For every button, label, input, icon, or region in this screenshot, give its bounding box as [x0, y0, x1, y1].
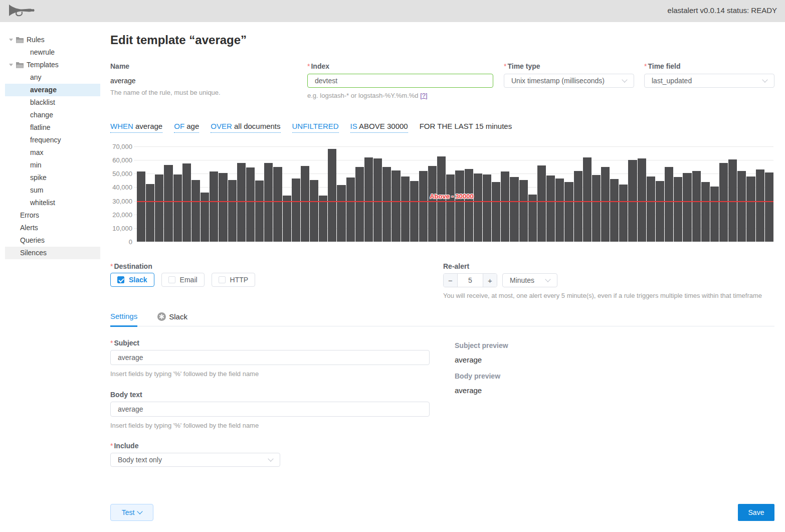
query-token-for-the-last-15-minutes[interactable]: FOR THE LAST 15 minutes [420, 122, 512, 132]
y-axis-label: 50,000 [110, 170, 132, 178]
y-axis-label: 70,000 [110, 143, 132, 150]
chart-bar [492, 182, 500, 242]
horn-icon[interactable] [9, 4, 35, 20]
sidebar-item-queries[interactable]: Queries [5, 234, 100, 247]
sidebar-item-change[interactable]: change [5, 109, 100, 121]
destination-label: *Destination [110, 262, 152, 270]
sidebar-item-label: flatline [30, 121, 50, 134]
checkbox-icon [168, 276, 175, 283]
tab-label: Slack [169, 312, 187, 321]
required-asterisk: * [110, 262, 113, 270]
threshold-line [137, 201, 773, 202]
chart-bar [382, 167, 391, 242]
sidebar-item-max[interactable]: max [5, 146, 100, 159]
sidebar-item-newrule[interactable]: newrule [5, 46, 100, 59]
chart-bar [701, 182, 710, 242]
chevron-down-icon[interactable] [9, 39, 13, 41]
subject-preview-value: average [455, 356, 482, 364]
chart-bar [656, 181, 664, 242]
chart-bar [410, 181, 419, 242]
sidebar-item-average[interactable]: average [5, 84, 100, 96]
chart-bar [510, 177, 518, 242]
sidebar-item-flatline[interactable]: flatline [5, 121, 100, 134]
body-preview-label: Body preview [455, 372, 500, 380]
sidebar-item-sum[interactable]: sum [5, 184, 100, 197]
sidebar-item-errors[interactable]: Errors [5, 209, 100, 222]
tab-label: Settings [110, 312, 137, 320]
decrement-button[interactable]: − [444, 274, 458, 287]
sidebar-item-rules[interactable]: Rules [5, 34, 100, 46]
sidebar-item-label: blacklist [30, 96, 55, 109]
time-field-select[interactable]: last_updated [644, 74, 774, 88]
realert-value[interactable]: 5 [458, 274, 483, 287]
save-button[interactable]: Save [738, 504, 774, 521]
sidebar-item-blacklist[interactable]: blacklist [5, 96, 100, 109]
sidebar-item-label: max [30, 146, 43, 159]
chart-bar [137, 171, 145, 242]
realert-help: You will receive, at most, one alert eve… [443, 292, 784, 299]
destination-email-checkbox[interactable]: Email [161, 273, 205, 287]
chart-bar [255, 181, 264, 242]
chart-bar [564, 182, 573, 242]
chart-bar [219, 173, 227, 242]
query-keyword: IS [350, 122, 357, 130]
test-button[interactable]: Test [110, 504, 153, 521]
chevron-down-icon [268, 456, 273, 461]
chart-bar [228, 180, 237, 242]
include-select[interactable]: Body text only [110, 453, 280, 467]
sidebar-item-frequency[interactable]: frequency [5, 134, 100, 146]
time-field-label: *Time field [644, 62, 681, 70]
time-type-select[interactable]: Unix timestamp (milliseconds) [504, 74, 634, 88]
sidebar-item-silences[interactable]: Silences [5, 247, 100, 259]
subject-label: *Subject [110, 339, 139, 347]
index-input[interactable] [307, 74, 493, 88]
y-axis-label: 10,000 [110, 225, 132, 232]
app-root: elastalert v0.0.14 status: READY Rulesne… [0, 0, 785, 532]
realert-unit-select[interactable]: Minutes [502, 273, 557, 287]
chart-bar [346, 178, 355, 242]
query-keyword: WHEN [110, 122, 133, 130]
increment-button[interactable]: + [483, 274, 497, 287]
chart-bar [592, 175, 601, 242]
chevron-down-icon [762, 77, 767, 82]
chart-bar [319, 196, 327, 242]
sidebar-item-whitelist[interactable]: whitelist [5, 197, 100, 209]
chart-bar [210, 171, 218, 242]
tab-slack[interactable]: Slack [157, 311, 187, 326]
chart-bar [756, 169, 764, 242]
query-token-is[interactable]: IS ABOVE 30000 [350, 122, 408, 133]
y-axis-label: 0 [110, 238, 132, 246]
sidebar-item-any[interactable]: any [5, 71, 100, 84]
sidebar-item-templates[interactable]: Templates [5, 59, 100, 71]
sidebar-item-spike[interactable]: spike [5, 171, 100, 184]
sidebar-item-alerts[interactable]: Alerts [5, 222, 100, 234]
chart-bar [519, 180, 528, 242]
sidebar-item-min[interactable]: min [5, 159, 100, 171]
query-token-unfiltered[interactable]: UNFILTERED [292, 122, 339, 133]
query-token-when[interactable]: WHEN average [110, 122, 162, 133]
chart-bar [465, 169, 473, 242]
subject-input[interactable] [110, 350, 430, 365]
sidebar-item-label: Rules [27, 34, 45, 46]
required-asterisk: * [110, 339, 113, 347]
chart-bar [483, 174, 491, 242]
tab-settings[interactable]: Settings [110, 311, 137, 327]
destination-option-label: Slack [129, 276, 147, 284]
slack-icon [157, 312, 166, 321]
sidebar-item-label: Errors [20, 209, 39, 222]
chart-bar [546, 175, 555, 242]
sidebar-item-label: whitelist [30, 197, 55, 209]
sidebar-item-label: sum [30, 184, 43, 197]
destination-slack-checkbox[interactable]: Slack [110, 273, 154, 287]
chevron-down-icon[interactable] [9, 64, 13, 66]
destination-http-checkbox[interactable]: HTTP [212, 273, 256, 287]
chart-bar [455, 170, 464, 242]
body-text-input[interactable] [110, 402, 430, 417]
help-link[interactable]: [?] [420, 92, 427, 99]
chart-bar [401, 176, 410, 242]
y-axis-label: 20,000 [110, 211, 132, 219]
chart-bar [683, 173, 691, 242]
query-token-of[interactable]: OF age [174, 122, 199, 133]
query-token-over[interactable]: OVER all documents [211, 122, 280, 133]
chart-bar [419, 171, 428, 242]
